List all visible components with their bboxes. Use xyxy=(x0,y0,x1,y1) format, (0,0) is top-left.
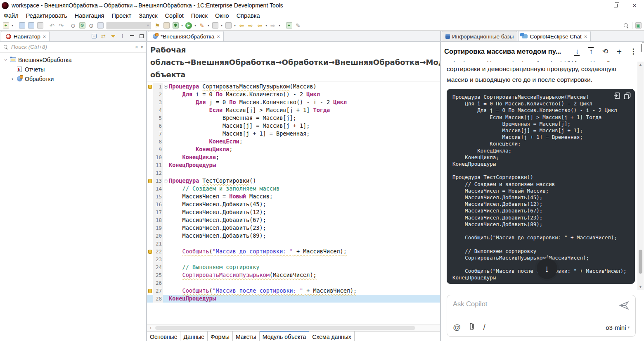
tab-copilot-chat[interactable]: Copilot4Eclipse Chat× xyxy=(518,31,591,41)
tab-modul-obekta[interactable]: Модуль объекта xyxy=(260,331,310,341)
tab-formy[interactable]: Формы xyxy=(208,331,233,341)
tab-navigator[interactable]: Навигатор × xyxy=(1,31,50,41)
code-line-7[interactable]: 7 Массив[j + 1] = Временная; xyxy=(147,130,440,138)
close-icon[interactable]: × xyxy=(217,33,220,40)
tree-item-obrabotki[interactable]: ›Обработки xyxy=(0,74,146,83)
dropdown-caret-icon[interactable]: ▾ xyxy=(264,24,268,27)
chat-code-text[interactable]: Процедура СортироватьМассивПузырьком(Мас… xyxy=(452,94,630,281)
build-icon[interactable]: ⚙ xyxy=(78,21,86,30)
restore-button[interactable] xyxy=(606,0,625,11)
new-wizard-icon[interactable]: + xyxy=(2,21,10,30)
validate-icon[interactable]: ⚑ xyxy=(153,21,161,30)
code-line-12[interactable]: 12 xyxy=(147,169,440,177)
tab-osnovnye[interactable]: Основные xyxy=(147,331,180,341)
code-line-16[interactable]: 16 МассивЧисел.Добавить(45); xyxy=(147,200,440,208)
open-perspective-icon[interactable]: ▣ xyxy=(634,21,642,30)
search-icon[interactable] xyxy=(622,21,630,30)
tree-item-vneshnyaya-obrabotka[interactable]: ›ВнешняяОбработка xyxy=(0,55,146,64)
menu-edit[interactable]: Редактировать xyxy=(22,12,71,20)
dropdown-caret-icon[interactable]: ▾ xyxy=(10,24,14,27)
tab-makety[interactable]: Макеты xyxy=(233,331,260,341)
dropdown-caret-icon[interactable]: ▾ xyxy=(180,24,184,27)
profile-icon[interactable]: ✎ xyxy=(198,21,206,30)
code-line-22[interactable]: 22 Сообщить("Массив до сортировки: " + М… xyxy=(147,248,440,255)
coverage-icon[interactable] xyxy=(211,21,219,30)
chat-scrollbar[interactable]: ▲ ▼ xyxy=(637,62,644,290)
import-chat-icon[interactable]: ↑ xyxy=(586,48,596,55)
menu-copilot[interactable]: Copilot xyxy=(161,12,187,20)
scrollbar-thumb[interactable] xyxy=(639,250,642,274)
export-chat-icon[interactable]: ↓ xyxy=(572,48,582,55)
fetch-icon[interactable] xyxy=(224,21,232,30)
tree-item-otchety[interactable]: Отчеты xyxy=(0,64,146,74)
save-icon[interactable] xyxy=(18,21,26,30)
code-line-11[interactable]: 11КонецПроцедуры xyxy=(147,161,440,169)
code-line-21[interactable]: 21 xyxy=(147,240,440,248)
attach-icon[interactable] xyxy=(469,322,475,332)
tab-dannye[interactable]: Данные xyxy=(180,331,208,341)
view-menu-icon[interactable]: ⁞ xyxy=(119,33,125,39)
model-selector[interactable]: o3-mini ▾ xyxy=(606,324,630,331)
close-icon[interactable]: × xyxy=(584,33,587,40)
history-icon[interactable]: ⟲ xyxy=(600,48,610,55)
code-line-18[interactable]: 18 МассивЧисел.Добавить(67); xyxy=(147,216,440,224)
insert-code-icon[interactable] xyxy=(613,92,620,99)
stopwatch-icon[interactable]: ⊙ xyxy=(87,21,95,30)
code-line-28[interactable]: 28КонецПроцедуры xyxy=(147,295,440,303)
minimize-button[interactable]: — xyxy=(587,0,606,11)
clear-search-icon[interactable]: × xyxy=(135,44,138,50)
expander-icon[interactable]: › xyxy=(9,76,16,82)
filter-icon[interactable] xyxy=(110,33,116,39)
tab-editor[interactable]: *ВнешняяОбработка × xyxy=(148,31,224,41)
dropdown-caret-icon[interactable]: ▾ xyxy=(220,24,224,27)
redo-icon[interactable]: ↷ xyxy=(57,21,65,30)
tab-info-bases[interactable]: Информационные базы xyxy=(442,31,517,41)
chat-input-field[interactable]: Ask Copilot xyxy=(453,300,630,308)
code-line-17[interactable]: 17 МассивЧисел.Добавить(12); xyxy=(147,208,440,216)
collapse-all-icon[interactable]: − xyxy=(91,33,97,39)
code-line-10[interactable]: 10 КонецЦикла; xyxy=(147,153,440,161)
maximize-panel-icon[interactable] xyxy=(138,33,144,39)
fold-icon[interactable]: − xyxy=(163,83,169,91)
dropdown-caret-icon[interactable]: ▾ xyxy=(193,24,197,27)
new-chat-icon[interactable]: + xyxy=(614,47,624,56)
code-line-19[interactable]: 19 МассивЧисел.Добавить(23); xyxy=(147,224,440,232)
dropdown-caret-icon[interactable]: ▾ xyxy=(206,24,211,27)
code-line-13[interactable]: 13−Процедура ТестСортировки() xyxy=(147,177,440,185)
close-icon[interactable]: × xyxy=(43,33,46,40)
code-line-26[interactable]: 26 xyxy=(147,279,440,287)
close-button[interactable]: ✕ xyxy=(625,0,644,11)
menu-help[interactable]: Справка xyxy=(233,12,264,20)
scroll-to-bottom-button[interactable]: ↓ xyxy=(537,258,557,279)
chevron-down-icon[interactable]: ▾ xyxy=(141,45,143,49)
code-line-24[interactable]: 24 // Выполняем сортировку xyxy=(147,263,440,271)
undo-icon[interactable]: ↶ xyxy=(48,21,56,30)
menu-run[interactable]: Запуск xyxy=(135,12,161,20)
tab-shema-dannyh[interactable]: Схема данных xyxy=(309,331,355,341)
menu-file[interactable]: Файл xyxy=(0,12,22,20)
open-type-icon[interactable] xyxy=(96,21,104,30)
code-line-8[interactable]: 8 КонецЕсли; xyxy=(147,138,440,145)
chat-input-box[interactable]: Ask Copilot @ / o3-mini ▾ xyxy=(447,295,636,337)
expander-icon[interactable]: › xyxy=(3,57,9,63)
search-input[interactable]: Поиск (Ctrl+8) xyxy=(11,44,132,50)
code-line-15[interactable]: 15 МассивЧисел = Новый Массив; xyxy=(147,193,440,200)
back-icon[interactable]: ⇦ xyxy=(256,21,264,30)
quick-access-combo[interactable]: ˅ xyxy=(107,22,151,29)
copy-code-icon[interactable] xyxy=(624,92,631,99)
code-line-14[interactable]: 14 // Создаем и заполняем массив xyxy=(147,185,440,193)
code-line-23[interactable]: 23 xyxy=(147,255,440,263)
new-editor-icon[interactable]: + xyxy=(285,21,293,30)
horizontal-scrollbar[interactable]: ‹ xyxy=(147,324,440,331)
code-line-3[interactable]: 3 Для j = 0 По Массив.Количество() - i -… xyxy=(147,98,440,106)
scroll-left-icon[interactable]: ‹ xyxy=(147,325,154,331)
navigator-search[interactable]: Поиск (Ctrl+8) × ▾ xyxy=(0,42,146,52)
fold-icon[interactable]: − xyxy=(163,177,169,185)
more-options-icon[interactable]: ⋮ xyxy=(628,48,638,55)
menu-search[interactable]: Поиск xyxy=(187,12,211,20)
debug-icon[interactable]: ✱ xyxy=(171,21,180,30)
search-references-icon[interactable]: ⊙ xyxy=(69,21,77,30)
code-line-4[interactable]: 4 Если Массив[j] > Массив[j + 1] Тогда xyxy=(147,106,440,114)
restore-panel-icon[interactable] xyxy=(641,44,642,52)
code-line-9[interactable]: 9 КонецЦикла; xyxy=(147,145,440,153)
